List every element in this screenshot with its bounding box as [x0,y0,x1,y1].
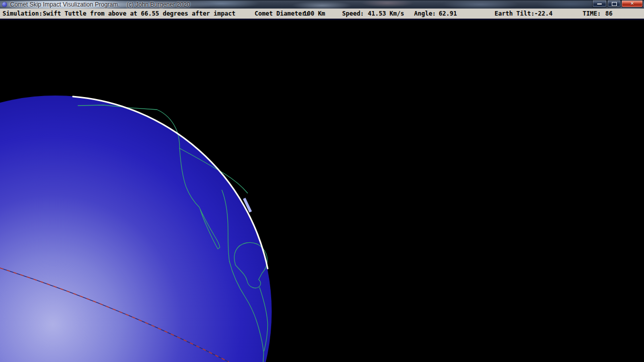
earth-tilt-value: -22.4 [534,10,552,17]
simulation-viewport [0,20,644,362]
maximize-button[interactable] [607,1,621,8]
simulation-label: Simulation: [3,10,42,17]
minimize-icon [597,4,602,5]
time-label: TIME: [583,10,601,17]
minimize-button[interactable] [592,1,607,8]
title-bar[interactable]: Comet Skip Impact Visulization Program.(… [0,0,644,9]
simulation-value: Swift Tuttle from above at 66.55 degrees… [43,10,235,17]
angle-value: 62.91 [439,10,457,17]
window-title: Comet Skip Impact Visulization Program.(… [10,1,190,9]
app-globe-icon [2,2,7,7]
maximize-icon [612,2,617,6]
window-title-text: Comet Skip Impact Visulization Program. [10,1,120,8]
earth-tilt-label: Earth Tilt: [495,10,534,17]
earth-dither-texture [0,96,272,362]
close-button[interactable]: ✕ [621,1,643,8]
speed-value: 41.53 Km/s [368,10,404,17]
comet-diameter-label: Comet Diameter: [255,10,309,17]
speed-label: Speed: [342,10,364,17]
window-controls: ✕ [592,1,643,8]
comet-diameter-value: 100 Km [303,10,325,17]
close-icon: ✕ [630,2,634,6]
time-value: 86 [605,10,612,17]
angle-label: Angle: [414,10,436,17]
status-bar: Simulation: Swift Tuttle from above at 6… [0,9,644,20]
earth-render [0,20,644,362]
window-title-copyright: (c) John Burgener 2020 [127,1,190,8]
